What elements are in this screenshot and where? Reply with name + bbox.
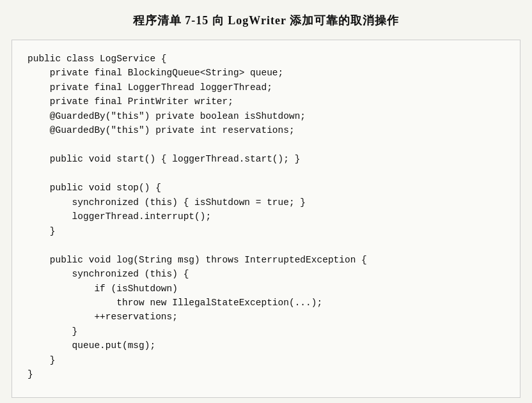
code-line: } <box>27 324 505 338</box>
code-line: } <box>27 224 505 238</box>
code-line: } <box>27 353 505 367</box>
code-line: public void start() { loggerThread.start… <box>27 152 505 166</box>
code-line: public void stop() { <box>27 181 505 195</box>
code-line <box>27 167 505 181</box>
code-line: loggerThread.interrupt(); <box>27 209 505 224</box>
code-line: synchronized (this) { isShutdown = true;… <box>27 195 505 209</box>
code-line: queue.put(msg); <box>27 338 505 353</box>
code-line: private final LoggerThread loggerThread; <box>27 80 505 95</box>
code-block: public class LogService { private final … <box>12 40 520 398</box>
code-line: throw new IllegalStateException(...); <box>27 296 505 310</box>
code-line: ++reservations; <box>27 310 505 324</box>
code-line: if (isShutdown) <box>27 282 505 296</box>
code-line <box>27 138 505 152</box>
page-title: 程序清单 7-15 向 LogWriter 添加可靠的取消操作 <box>0 13 532 28</box>
code-line: } <box>27 367 505 381</box>
code-line: @GuardedBy("this") private int reservati… <box>27 123 505 137</box>
code-line <box>27 238 505 252</box>
code-line: @GuardedBy("this") private boolean isShu… <box>27 109 505 123</box>
code-line: private final BlockingQueue<String> queu… <box>27 66 505 80</box>
code-line: public class LogService { <box>27 52 505 66</box>
page-container: 程序清单 7-15 向 LogWriter 添加可靠的取消操作 public c… <box>0 0 532 403</box>
code-line: public void log(String msg) throws Inter… <box>27 253 505 267</box>
code-line: private final PrintWriter writer; <box>27 95 505 109</box>
code-line: synchronized (this) { <box>27 267 505 281</box>
